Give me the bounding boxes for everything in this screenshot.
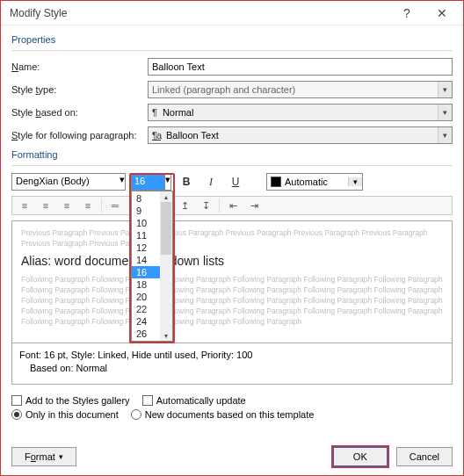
chevron-down-icon[interactable]: ▾ [120,174,125,190]
font-size-option[interactable]: 9 [132,205,160,217]
checkbox-icon [142,395,153,406]
preview-previous: Previous Paragraph Previous Paragraph Pr… [21,228,443,249]
following-combo[interactable]: Balloon Text ▾ [148,126,453,144]
style-type-combo: Linked (paragraph and character) ▾ [148,81,453,98]
font-size-option[interactable]: 24 [132,315,160,328]
style-info-box: Font: 16 pt, Style: Linked, Hide until u… [11,343,453,385]
auto-update-checkbox[interactable]: Automatically update [142,395,246,406]
info-line-1: Font: 16 pt, Style: Linked, Hide until u… [19,349,445,362]
font-size-option[interactable]: 26 [132,328,160,340]
formatting-section-label: Formatting [11,149,453,160]
radio-icon [11,409,22,420]
chevron-down-icon: ▾ [59,452,63,461]
font-size-option[interactable]: 20 [132,291,160,303]
font-size-option[interactable]: 18 [132,278,160,291]
properties-section-label: Properties [11,34,453,45]
window-title: Modify Style [10,7,67,19]
preview-following: Following Paragraph Following Paragraph … [21,275,443,327]
font-name-combo[interactable]: DengXian (Body) ▾ [11,173,126,191]
scroll-thumb[interactable] [161,202,171,255]
only-this-doc-radio[interactable]: Only in this document [11,409,119,420]
font-size-option[interactable]: 12 [132,242,160,254]
new-docs-radio[interactable]: New documents based on this template [131,409,315,420]
help-button[interactable]: ? [389,2,424,25]
chevron-down-icon: ▾ [438,82,452,97]
align-left-button[interactable]: ≡ [14,198,35,213]
name-input[interactable] [148,58,453,76]
close-button[interactable]: ✕ [424,2,460,25]
chevron-down-icon[interactable]: ▾ [164,174,170,190]
preview-sample-text: Alias: word document drop down lists [21,253,443,270]
font-size-combo[interactable]: 16 ▾ 8910111214161820222426 ▴ ▾ [131,173,171,191]
chevron-down-icon[interactable]: ▾ [438,127,452,143]
divider [11,165,453,166]
underline-button[interactable]: U [226,173,245,191]
scroll-down-icon[interactable]: ▾ [164,330,168,341]
chevron-down-icon[interactable]: ▾ [438,105,452,120]
indent-dec-button[interactable]: ⇤ [222,198,243,213]
chevron-down-icon[interactable]: ▾ [348,177,362,186]
divider [11,50,453,51]
space-before-inc-button[interactable]: ↥ [174,198,195,213]
align-center-button[interactable]: ≡ [35,198,56,213]
font-size-option[interactable]: 10 [132,217,160,229]
scrollbar[interactable]: ▴ ▾ [160,191,172,341]
font-size-option[interactable]: 8 [132,192,160,205]
font-size-option[interactable]: 14 [132,254,160,266]
add-to-gallery-checkbox[interactable]: Add to the Styles gallery [11,395,130,406]
bold-button[interactable]: B [177,173,196,191]
paragraph-toolbar: ≡ ≡ ≡ ≡ ═ ═ ═ ↥ ↧ ⇤ ⇥ [11,196,453,215]
font-size-dropdown[interactable]: 8910111214161820222426 ▴ ▾ [131,191,173,342]
checkbox-icon [11,395,22,406]
indent-inc-button[interactable]: ⇥ [243,198,265,213]
italic-button[interactable]: I [201,173,221,191]
color-swatch-icon [271,177,281,187]
style-type-label: Style type: [11,84,148,95]
align-justify-button[interactable]: ≡ [77,198,98,213]
linked-style-icon [152,130,163,141]
ok-button[interactable]: OK [333,447,388,466]
help-icon: ? [403,6,410,20]
info-line-2: Based on: Normal [19,362,445,375]
close-icon: ✕ [437,6,447,20]
radio-icon [131,409,141,420]
font-size-option[interactable]: 11 [132,229,160,242]
font-size-option[interactable]: 16 [132,266,160,278]
name-label: Name: [11,61,148,72]
cancel-button[interactable]: Cancel [396,447,453,466]
align-right-button[interactable]: ≡ [56,198,77,213]
titlebar: Modify Style ? ✕ [1,1,463,25]
font-size-option[interactable]: 22 [132,303,160,315]
space-before-dec-button[interactable]: ↧ [195,198,216,213]
font-color-combo[interactable]: Automatic ▾ [266,173,363,191]
format-button[interactable]: Format▾ [11,447,76,466]
based-on-combo[interactable]: Normal ▾ [148,104,453,121]
based-on-label: Style based on: [11,107,148,118]
line-spacing-1-button[interactable]: ═ [105,198,126,213]
paragraph-icon [152,107,159,118]
following-label: Style for following paragraph: [11,130,148,141]
scroll-up-icon[interactable]: ▴ [164,191,168,202]
style-preview: Previous Paragraph Previous Paragraph Pr… [11,220,453,343]
